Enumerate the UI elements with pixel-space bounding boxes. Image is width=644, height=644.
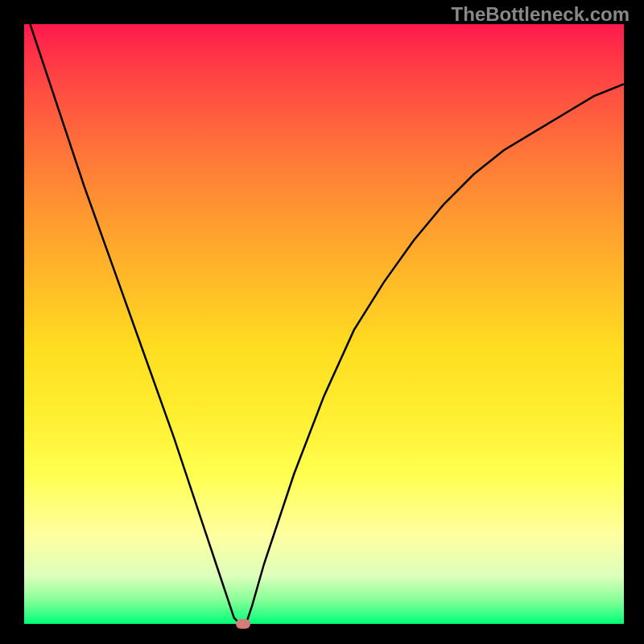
chart-curve	[24, 24, 624, 624]
chart-plot-area	[24, 24, 624, 624]
watermark-text: TheBottleneck.com	[452, 3, 630, 26]
optimal-marker	[236, 619, 250, 629]
